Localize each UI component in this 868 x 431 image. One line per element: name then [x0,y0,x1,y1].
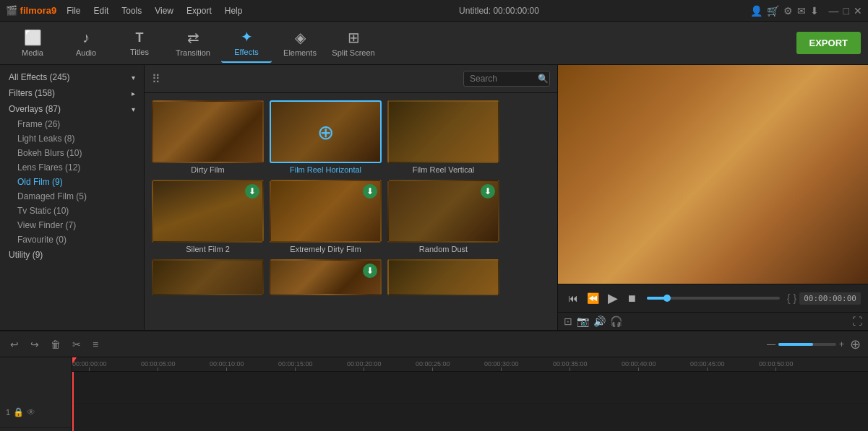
sidebar-item-lens-flares[interactable]: Lens Flares (12) [0,160,144,175]
toolbar-audio[interactable]: ♪ Audio [61,24,111,63]
add-track-icon[interactable]: ⊕ [850,336,861,352]
toolbar-elements[interactable]: ◈ Elements [275,24,325,63]
effect-random-dust[interactable]: ⬇ ⊕ Random Dust [387,180,499,253]
main-area: All Effects (245) ▾ Filters (158) ▸ Over… [0,65,868,330]
settings-icon[interactable]: ⚙ [783,5,793,17]
toolbar-transition[interactable]: ⇄ Transition [168,24,218,63]
sidebar-all-effects[interactable]: All Effects (245) ▾ [0,69,144,85]
sidebar-item-tv-static[interactable]: Tv Static (10) [0,204,144,218]
titles-icon: T [136,30,144,45]
zoom-out-icon[interactable]: — [767,339,775,349]
timeline-ruler: 00:00:00:00 00:00:05:00 00:00:10:00 00:0… [72,357,868,372]
effect-silent-film[interactable]: ⬇ ⊕ Silent Film 2 [152,180,264,253]
utility-label: Utility (9) [9,250,43,260]
store-icon[interactable]: 🛒 [767,5,779,17]
play-btn[interactable]: ▶ [605,289,621,308]
sidebar-item-light-leaks[interactable]: Light Leaks (8) [0,131,144,146]
fit-screen-icon[interactable]: ⊡ [564,315,572,327]
effect-dirty-film[interactable]: ⊕ Dirty Film [152,100,264,174]
sidebar-item-bokeh[interactable]: Bokeh Blurs (10) [0,146,144,160]
undo-icon[interactable]: ↩ [7,337,22,352]
grid-view-icon[interactable]: ⠿ [152,72,160,86]
ruler-mark-1: 00:00:05:00 [141,360,176,371]
timeline-body: 1 🔒 👁 00:00:00:00 00:00:05:00 00:00:10:0… [0,357,868,431]
effect-extremely-dirty-thumb: ⬇ ⊕ [270,180,382,243]
close-btn[interactable]: ✕ [854,5,862,17]
snapshot-icon[interactable]: 📷 [577,315,589,327]
effect-generic-1-thumb: ⊕ [152,259,264,295]
cut-icon[interactable]: ✂ [69,337,84,352]
stop-btn[interactable]: ⏹ [624,291,640,305]
ruler-mark-7: 00:00:35:00 [553,360,588,371]
search-input[interactable] [470,74,535,84]
download-icon[interactable]: ⬇ [810,5,819,17]
effect-generic-1[interactable]: ⊕ [152,259,264,295]
effect-film-reel-v-label: Film Reel Vertical [387,165,499,174]
transition-icon: ⇄ [187,29,199,46]
menu-export[interactable]: Export [181,4,218,17]
headphones-icon[interactable]: 🎧 [610,315,622,327]
effect-extremely-dirty[interactable]: ⬇ ⊕ Extremely Dirty Film [270,180,382,253]
menu-view[interactable]: View [149,4,179,17]
export-button[interactable]: EXPORT [796,32,861,54]
sidebar-filters[interactable]: Filters (158) ▸ [0,85,144,101]
content-search-bar: ⠿ 🔍 [145,65,557,93]
titlebar-left: 🎬 filmora9 File Edit Tools View Export H… [6,4,248,17]
minimize-btn[interactable]: — [829,5,839,17]
effect-generic-3[interactable]: ⊕ [387,259,499,295]
preview-video [558,65,868,284]
effect-generic-2-thumb: ⬇ ⊕ [270,259,382,295]
zoom-in-icon[interactable]: + [839,339,844,349]
toolbar-effects[interactable]: ✦ Effects [221,24,272,63]
download-badge: ⬇ [481,184,495,199]
in-point-bracket: { [787,292,791,304]
sidebar-item-damaged-film[interactable]: Damaged Film (5) [0,189,144,204]
audio-icon: ♪ [82,30,90,46]
chevron-down-icon: ▾ [132,74,135,82]
menu-help[interactable]: Help [219,4,249,17]
skip-back-btn[interactable]: ⏮ [565,291,581,305]
effect-film-reel-h[interactable]: ⊕ Film Reel Horizontal [270,100,382,174]
sidebar-item-view-finder[interactable]: View Finder (7) [0,218,144,232]
progress-handle[interactable] [663,295,671,302]
ruler-mark-9: 00:00:45:00 [690,360,725,371]
timeline-toolbar: ↩ ↪ 🗑 ✂ ≡ — + ⊕ [0,331,868,357]
playback-progress[interactable] [647,297,780,300]
toolbar-splitscreen[interactable]: ⊞ Split Screen [328,24,379,63]
playhead[interactable] [72,372,74,431]
window-controls: 👤 🛒 ⚙ ✉ ⬇ — □ ✕ [750,5,862,17]
media-icon: ⬜ [24,29,42,46]
download-badge: ⬇ [245,184,259,199]
timeline: ↩ ↪ 🗑 ✂ ≡ — + ⊕ 1 🔒 👁 00:00:00:00 [0,330,868,431]
eye-icon[interactable]: 👁 [27,407,35,417]
menu-tools[interactable]: Tools [116,4,147,17]
effect-film-reel-v[interactable]: ⊕ Film Reel Vertical [387,100,499,174]
redo-icon[interactable]: ↪ [27,337,42,352]
sidebar-item-frame[interactable]: Frame (26) [0,117,144,131]
toolbar-media[interactable]: ⬜ Media [7,24,58,63]
ruler-mark-2: 00:00:10:00 [210,360,244,371]
message-icon[interactable]: ✉ [797,5,806,17]
ruler-mark-10: 00:00:50:00 [759,360,794,371]
adjust-icon[interactable]: ≡ [90,337,101,352]
menu-file[interactable]: File [61,4,86,17]
sidebar-item-favourite[interactable]: Favourite (0) [0,232,144,247]
track-label-1: 1 🔒 👁 [0,396,72,428]
zoom-slider[interactable] [778,343,836,346]
maximize-btn[interactable]: □ [843,5,849,17]
step-back-btn[interactable]: ⏪ [584,291,602,305]
fullscreen-icon[interactable]: ⛶ [852,315,862,327]
toolbar-titles[interactable]: T Titles [114,24,165,63]
delete-icon[interactable]: 🗑 [48,337,64,352]
sidebar-item-old-film[interactable]: Old Film (9) [0,175,144,189]
search-icon: 🔍 [538,74,549,84]
menu-edit[interactable]: Edit [88,4,115,17]
volume-icon[interactable]: 🔊 [593,315,606,327]
video-track-1 [72,372,868,404]
lock-icon[interactable]: 🔒 [13,407,24,417]
zoom-fill [778,343,813,346]
sidebar-overlays[interactable]: Overlays (87) ▾ [0,101,144,117]
sidebar-utility[interactable]: Utility (9) [0,247,144,263]
user-icon[interactable]: 👤 [750,5,762,17]
effect-generic-2[interactable]: ⬇ ⊕ [270,259,382,295]
